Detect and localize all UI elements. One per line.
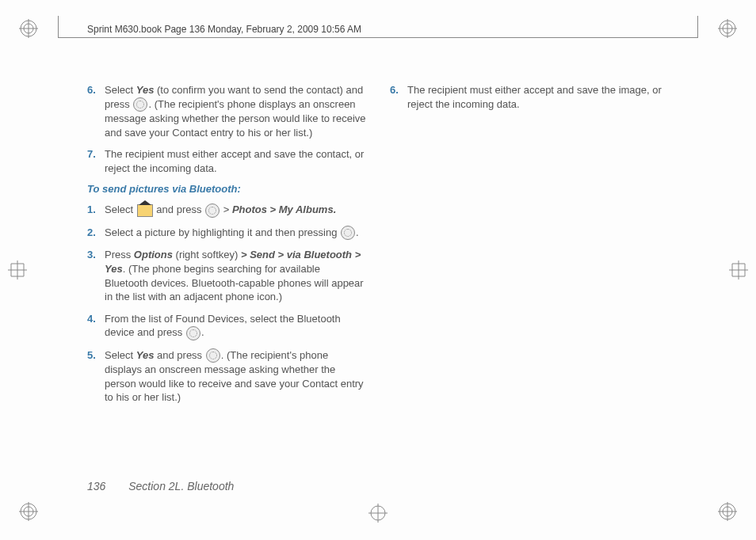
list-item: 6. Select Yes (to confirm you want to se…	[87, 83, 366, 139]
text: >	[220, 203, 232, 215]
step-body: From the list of Found Devices, select t…	[105, 312, 366, 340]
text: (right softkey)	[173, 249, 241, 260]
text: Select a picture by highlighting it and …	[105, 226, 340, 238]
list-item: 1. Select and press > Photos > My Albums…	[87, 203, 366, 218]
steps-list-right: 6. The recipient must either accept and …	[390, 83, 669, 111]
emphasis: Yes	[136, 84, 155, 96]
step-number: 6.	[87, 83, 105, 139]
emphasis: Photos > My Albums.	[232, 203, 336, 215]
menu-ok-icon	[206, 348, 220, 363]
step-number: 3.	[87, 248, 105, 303]
crop-mark-mid-left	[8, 260, 27, 280]
menu-ok-icon	[341, 226, 355, 240]
step-body: Select a picture by highlighting it and …	[105, 226, 366, 241]
page-footer: 136 Section 2L. Bluetooth	[87, 480, 234, 492]
step-number: 6.	[390, 83, 407, 111]
text: Press	[105, 249, 134, 260]
text: Select	[105, 84, 136, 96]
step-number: 1.	[87, 203, 105, 218]
emphasis: Options	[134, 249, 173, 260]
sub-heading: To send pictures via Bluetooth:	[87, 183, 366, 195]
left-column: 6. Select Yes (to confirm you want to se…	[87, 83, 366, 413]
step-body: Press Options (right softkey) > Send > v…	[105, 248, 366, 303]
crop-mark-top-right	[718, 19, 737, 38]
step-body: The recipient must either accept and sav…	[105, 147, 366, 175]
menu-ok-icon	[186, 326, 200, 340]
text: From the list of Found Devices, select t…	[105, 313, 341, 339]
list-item: 5. Select Yes and press . (The recipient…	[87, 348, 366, 405]
step-number: 2.	[87, 226, 105, 241]
section-title: Section 2L. Bluetooth	[128, 480, 234, 492]
page-header: Sprint M630.book Page 136 Monday, Februa…	[87, 24, 361, 35]
crop-line-left	[58, 16, 59, 38]
crop-line-right	[697, 16, 698, 38]
list-item: 6. The recipient must either accept and …	[390, 83, 669, 111]
step-number: 4.	[87, 312, 105, 340]
text: Select	[105, 203, 136, 215]
menu-ok-icon	[205, 203, 220, 218]
steps-list-b: 1. Select and press > Photos > My Albums…	[87, 203, 366, 405]
list-item: 7. The recipient must either accept and …	[87, 147, 366, 175]
home-icon	[137, 204, 153, 217]
text: and press	[154, 203, 204, 215]
right-column: 6. The recipient must either accept and …	[390, 83, 669, 413]
steps-list-a: 6. Select Yes (to confirm you want to se…	[87, 83, 366, 175]
text: .	[356, 226, 359, 238]
crop-mark-mid-right	[729, 260, 748, 280]
list-item: 4. From the list of Found Devices, selec…	[87, 312, 366, 340]
text: . (The phone begins searching for availa…	[105, 263, 364, 302]
step-body: Select Yes and press . (The recipient's …	[105, 348, 366, 405]
top-rule	[58, 37, 698, 38]
crop-mark-bottom-center	[0, 504, 756, 523]
step-number: 7.	[87, 147, 105, 175]
list-item: 2. Select a picture by highlighting it a…	[87, 226, 366, 241]
list-item: 3. Press Options (right softkey) > Send …	[87, 248, 366, 303]
text: .	[201, 326, 204, 338]
page-number: 136	[87, 480, 105, 492]
menu-ok-icon	[133, 97, 147, 112]
step-body: Select and press > Photos > My Albums.	[105, 203, 366, 218]
step-body: Select Yes (to confirm you want to send …	[105, 83, 366, 139]
emphasis: Yes	[136, 349, 155, 361]
step-body: The recipient must either accept and sav…	[407, 83, 669, 111]
crop-mark-top-left	[19, 19, 38, 38]
content-area: 6. Select Yes (to confirm you want to se…	[87, 83, 669, 413]
step-number: 5.	[87, 348, 105, 405]
text: and press	[154, 349, 204, 361]
text: Select	[105, 349, 136, 361]
